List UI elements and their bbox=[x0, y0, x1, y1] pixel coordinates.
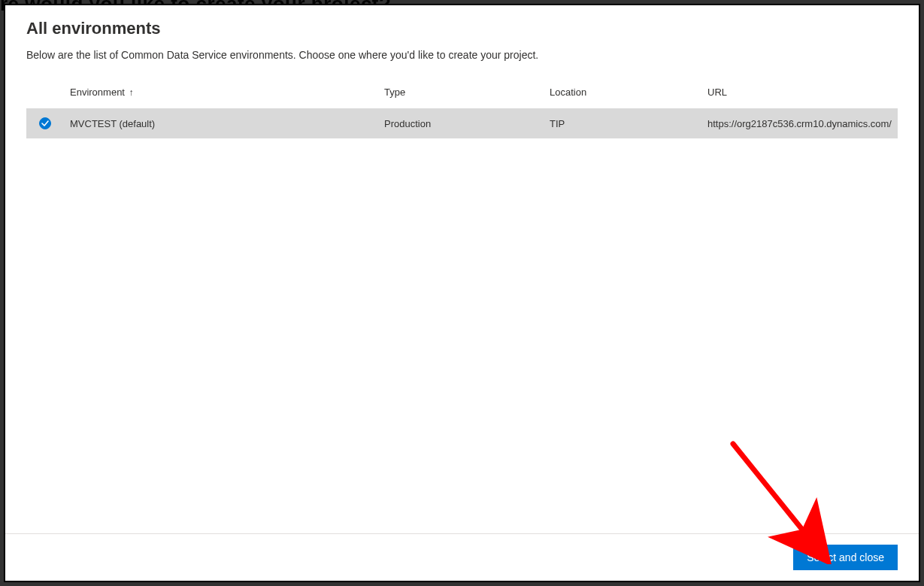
col-header-location[interactable]: Location bbox=[544, 79, 701, 108]
modal-subtitle: Below are the list of Common Data Servic… bbox=[26, 49, 898, 61]
col-header-url[interactable]: URL bbox=[701, 79, 898, 108]
modal-content: All environments Below are the list of C… bbox=[5, 5, 919, 533]
checkmark-circle-icon bbox=[39, 117, 51, 129]
environments-table: Environment ↑ Type Location URL MVCTEST … bbox=[26, 79, 898, 138]
environments-modal: All environments Below are the list of C… bbox=[4, 4, 920, 582]
modal-footer: Select and close bbox=[5, 533, 919, 581]
row-select-cell[interactable] bbox=[26, 108, 64, 138]
cell-location: TIP bbox=[544, 108, 701, 138]
col-header-type[interactable]: Type bbox=[378, 79, 544, 108]
col-header-environment[interactable]: Environment ↑ bbox=[64, 79, 378, 108]
cell-type: Production bbox=[378, 108, 544, 138]
sort-asc-icon: ↑ bbox=[129, 87, 134, 98]
col-header-select bbox=[26, 79, 64, 108]
cell-url: https://org2187c536.crm10.dynamics.com/ bbox=[701, 108, 898, 138]
cell-environment: MVCTEST (default) bbox=[64, 108, 378, 138]
select-and-close-button[interactable]: Select and close bbox=[793, 545, 898, 570]
table-header-row: Environment ↑ Type Location URL bbox=[26, 79, 898, 108]
modal-title: All environments bbox=[26, 19, 898, 38]
col-header-environment-label: Environment bbox=[70, 87, 125, 98]
table-row[interactable]: MVCTEST (default) Production TIP https:/… bbox=[26, 108, 898, 138]
